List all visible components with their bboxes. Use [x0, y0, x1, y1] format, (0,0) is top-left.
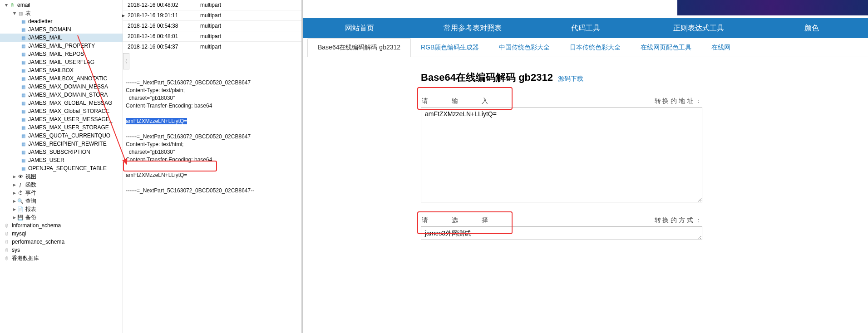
tree-group[interactable]: ▸ƒ函数: [0, 181, 123, 189]
table-row[interactable]: 2018-12-16 00:54:37multipart: [123, 42, 301, 52]
group-icon: 👁: [17, 173, 24, 180]
group-icon: 🔍: [17, 198, 24, 204]
table-JAMES_DOMAIN[interactable]: ▦JAMES_DOMAIN: [0, 25, 123, 34]
table-row[interactable]: 2018-12-16 00:48:02multipart: [123, 0, 301, 10]
table-JAMES_RECIPIENT_REWRITE[interactable]: ▦JAMES_RECIPIENT_REWRITE: [0, 140, 123, 148]
table-icon: ▦: [20, 51, 26, 57]
table-icon: ▦: [20, 75, 26, 82]
database-panel: ▾🛢email ▾▥表 ▦deadletter▦JAMES_DOMAIN▦JAM…: [0, 0, 302, 333]
table-data-area: 2018-12-16 00:48:02multipart2018-12-16 1…: [123, 0, 301, 333]
table-JAMES_MAX_DOMAIN_STORA[interactable]: ▦JAMES_MAX_DOMAIN_STORA: [0, 91, 123, 99]
table-icon: ▦: [20, 92, 26, 98]
group-icon: ƒ: [17, 181, 24, 188]
table-JAMES_MAILBOX[interactable]: ▦JAMES_MAILBOX: [0, 66, 123, 74]
table-JAMES_MAX_Global_STORAGE[interactable]: ▦JAMES_MAX_Global_STORAGE: [0, 107, 123, 115]
database-icon: 🛢: [4, 230, 10, 237]
table-icon: ▦: [20, 34, 26, 41]
table-JAMES_MAIL[interactable]: ▦JAMES_MAIL: [0, 34, 123, 42]
browser-panel: 网站首页常用参考表对照表代码工具正则表达式工具颜色 Base64在线编码解码 g…: [302, 0, 868, 333]
table-icon: ▦: [20, 59, 26, 65]
subnav-item[interactable]: RGB颜色编码生成器: [411, 38, 489, 57]
table-OPENJPA_SEQUENCE_TABLE[interactable]: ▦OPENJPA_SEQUENCE_TABLE: [0, 164, 123, 172]
output-textarea[interactable]: [421, 226, 702, 240]
tree-group[interactable]: ▸⏱事件: [0, 189, 123, 197]
mail-body-view[interactable]: ------=_NextPart_5C163072_0BCD0520_02CB8…: [123, 70, 301, 203]
table-JAMES_MAX_USER_STORAGE[interactable]: ▦JAMES_MAX_USER_STORAGE: [0, 123, 123, 132]
database-icon: 🛢: [4, 247, 10, 253]
table-icon: ▦: [20, 100, 26, 106]
table-folder-icon: ▥: [17, 10, 24, 16]
sub-nav: Base64在线编码解码 gb2312RGB颜色编码生成器中国传统色彩大全日本传…: [303, 38, 868, 57]
table-row[interactable]: 2018-12-16 00:54:38multipart: [123, 21, 301, 31]
nav-item[interactable]: 正则表达式工具: [642, 18, 755, 38]
tree-group[interactable]: ▸📄报表: [0, 205, 123, 213]
table-JAMES_QUOTA_CURRENTQUO[interactable]: ▦JAMES_QUOTA_CURRENTQUO: [0, 132, 123, 140]
table-icon: ▦: [20, 67, 26, 73]
input-textarea[interactable]: [421, 107, 702, 202]
page-content: Base64在线编码解码 gb2312 源码下载 请 输 入转 换 的 地 址 …: [303, 57, 868, 246]
input-label-2: 请 选 择转 换 的 方 式 ：: [421, 215, 702, 226]
database-icon: 🛢: [4, 239, 10, 245]
data-grid[interactable]: 2018-12-16 00:48:02multipart2018-12-16 1…: [123, 0, 301, 52]
subnav-item[interactable]: Base64在线编码解码 gb2312: [307, 38, 411, 57]
subnav-item[interactable]: 日本传统色彩大全: [560, 38, 631, 57]
table-JAMES_MAX_GLOBAL_MESSAG[interactable]: ▦JAMES_MAX_GLOBAL_MESSAG: [0, 99, 123, 107]
tables-folder[interactable]: ▾▥表: [0, 9, 123, 17]
table-row[interactable]: 2018-12-16 19:01:11multipart: [123, 10, 301, 21]
table-icon: ▦: [20, 141, 26, 147]
table-JAMES_MAIL_REPOS[interactable]: ▦JAMES_MAIL_REPOS: [0, 50, 123, 58]
nav-item[interactable]: 网站首页: [303, 18, 416, 38]
table-JAMES_MAX_DOMAIN_MESSA[interactable]: ▦JAMES_MAX_DOMAIN_MESSA: [0, 83, 123, 91]
nav-item[interactable]: 代码工具: [529, 18, 642, 38]
tree-group[interactable]: ▸🔍查询: [0, 197, 123, 205]
table-JAMES_MAIL_PROPERTY[interactable]: ▦JAMES_MAIL_PROPERTY: [0, 42, 123, 50]
table-JAMES_MAIL_USERFLAG[interactable]: ▦JAMES_MAIL_USERFLAG: [0, 58, 123, 66]
db-node[interactable]: 🛢performance_schema: [0, 238, 123, 246]
table-JAMES_USER[interactable]: ▦JAMES_USER: [0, 156, 123, 164]
table-icon: ▦: [20, 18, 26, 24]
db-node-email[interactable]: ▾🛢email: [0, 1, 123, 9]
nav-item[interactable]: 颜色: [755, 18, 868, 38]
input-label-1: 请 输 入转 换 的 地 址 ：: [421, 95, 702, 107]
table-JAMES_SUBSCRIPTION[interactable]: ▦JAMES_SUBSCRIPTION: [0, 148, 123, 156]
table-JAMES_MAILBOX_ANNOTATIC[interactable]: ▦JAMES_MAILBOX_ANNOTATIC: [0, 74, 123, 83]
ad-banner: [677, 0, 868, 15]
group-icon: 📄: [17, 206, 24, 212]
table-icon: ▦: [20, 157, 26, 163]
db-node[interactable]: 🛢mysql: [0, 230, 123, 238]
db-node[interactable]: 🛢information_schema: [0, 221, 123, 230]
table-icon: ▦: [20, 108, 26, 114]
table-icon: ▦: [20, 26, 26, 33]
table-JAMES_MAX_USER_MESSAGE_[interactable]: ▦JAMES_MAX_USER_MESSAGE_: [0, 115, 123, 123]
database-icon: 🛢: [4, 222, 10, 229]
table-icon: ▦: [20, 132, 26, 139]
db-node[interactable]: 🛢sys: [0, 246, 123, 254]
collapse-handle[interactable]: ⟨: [123, 53, 129, 69]
tree-group[interactable]: ▸👁视图: [0, 172, 123, 181]
database-icon: 🛢: [4, 255, 10, 261]
database-icon: 🛢: [9, 2, 15, 8]
tree-group[interactable]: ▸💾备份: [0, 213, 123, 221]
table-icon: ▦: [20, 149, 26, 155]
subnav-item[interactable]: 在线网: [701, 38, 740, 57]
group-icon: 💾: [17, 214, 24, 220]
table-icon: ▦: [20, 124, 26, 131]
table-icon: ▦: [20, 116, 26, 122]
subnav-item[interactable]: 中国传统色彩大全: [489, 38, 560, 57]
highlighted-base64[interactable]: amFtZXMzzeLN+LLiytQ=: [126, 118, 187, 124]
db-node[interactable]: 🛢香港数据库: [0, 254, 123, 262]
table-deadletter[interactable]: ▦deadletter: [0, 17, 123, 25]
nav-item[interactable]: 常用参考表对照表: [416, 18, 529, 38]
table-icon: ▦: [20, 165, 26, 171]
db-tree: ▾🛢email ▾▥表 ▦deadletter▦JAMES_DOMAIN▦JAM…: [0, 0, 123, 333]
page-title: Base64在线编码解码 gb2312: [421, 72, 553, 83]
table-icon: ▦: [20, 83, 26, 90]
subnav-item[interactable]: 在线网页配色工具: [631, 38, 701, 57]
table-row[interactable]: 2018-12-16 00:48:01multipart: [123, 31, 301, 42]
group-icon: ⏱: [17, 190, 24, 196]
main-nav: 网站首页常用参考表对照表代码工具正则表达式工具颜色: [303, 18, 868, 38]
table-icon: ▦: [20, 43, 26, 49]
download-link[interactable]: 源码下载: [558, 75, 583, 82]
